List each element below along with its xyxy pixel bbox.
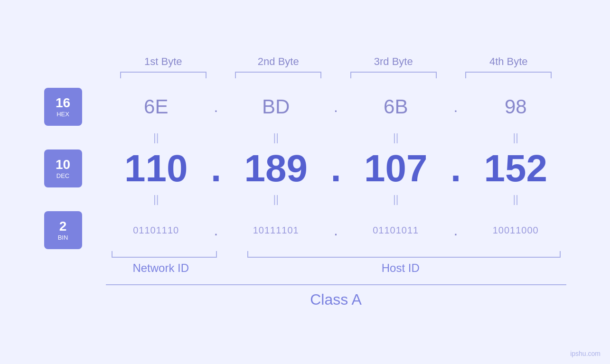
dec-badge-num: 10 (56, 158, 70, 172)
id-labels-row: Network ID Host ID (44, 261, 566, 275)
bracket-top-2 (235, 72, 321, 78)
hex-badge-num: 16 (56, 96, 70, 111)
dec-value-2: 189 (244, 147, 308, 189)
dot-spacer-label (216, 261, 235, 275)
values-grid: 6E . BD . 6B . 98 || || (106, 88, 566, 249)
hex-dot-1: . (206, 98, 225, 116)
bracket-cell-2 (221, 72, 336, 78)
byte-header-4: 4th Byte (451, 56, 566, 72)
bracket-cell-3 (336, 72, 451, 78)
top-brackets (44, 72, 566, 78)
host-id-label: Host ID (235, 261, 566, 275)
hex-label-row: 16 HEX (44, 88, 106, 126)
eq-row-1 (44, 126, 106, 149)
class-label: Class A (106, 291, 566, 308)
bin-dot-2: . (327, 222, 346, 239)
bin-badge-num: 2 (59, 219, 67, 234)
hex-cell-1: 6E (106, 95, 207, 118)
bin-label-row: 2 BIN (44, 211, 106, 249)
hex-row: 6E . BD . 6B . 98 (106, 88, 566, 126)
dec-dot-1: . (206, 147, 225, 190)
bin-value-3: 01101011 (373, 225, 419, 235)
eq-2-4: || (465, 193, 566, 205)
dec-cell-1: 110 (106, 147, 207, 190)
bin-value-2: 10111101 (253, 225, 299, 235)
hex-cell-3: 6B (346, 95, 447, 118)
bracket-top-1 (120, 72, 206, 78)
bracket-top-3 (350, 72, 437, 78)
eq-1-2: || (225, 131, 327, 144)
dec-row: 110 . 189 . 107 . 152 (106, 149, 566, 187)
byte-headers-row: 1st Byte 2nd Byte 3rd Byte 4th Byte (44, 56, 566, 72)
eq-1-3: || (346, 131, 447, 144)
hex-dot-3: . (446, 98, 465, 116)
dec-badge: 10 DEC (44, 149, 82, 187)
dec-value-3: 107 (364, 147, 427, 189)
dec-value-1: 110 (124, 147, 188, 189)
byte-header-3: 3rd Byte (336, 56, 451, 72)
bin-cell-2: 10111101 (225, 225, 327, 236)
eq-row-values-2: || || || || (106, 187, 566, 211)
hex-value-4: 98 (505, 95, 527, 118)
hex-cell-4: 98 (465, 95, 566, 118)
hex-value-2: BD (262, 95, 290, 118)
bin-cell-1: 01101110 (106, 225, 207, 236)
bin-dot-3: . (446, 222, 465, 239)
hex-cell-2: BD (225, 95, 327, 118)
hex-badge: 16 HEX (44, 88, 82, 126)
bin-value-4: 10011000 (493, 225, 539, 235)
network-bracket (112, 251, 217, 258)
main-container: 1st Byte 2nd Byte 3rd Byte 4th Byte 16 H… (44, 56, 566, 308)
class-line (106, 284, 566, 285)
bin-cell-3: 01101011 (346, 225, 447, 236)
hex-value-3: 6B (384, 95, 408, 118)
dec-label-row: 10 DEC (44, 149, 106, 187)
bin-badge: 2 BIN (44, 211, 82, 249)
eq-2-2: || (225, 193, 327, 205)
bin-value-1: 01101110 (133, 225, 179, 235)
bracket-top-4 (465, 72, 552, 78)
bracket-cell-4 (451, 72, 566, 78)
dec-badge-base: DEC (56, 172, 69, 179)
eq-2-1: || (106, 193, 207, 205)
dec-dot-2: . (327, 147, 346, 190)
eq-2-3: || (346, 193, 447, 205)
eq-row-2 (44, 187, 106, 211)
dec-value-4: 152 (484, 147, 547, 189)
byte-header-2: 2nd Byte (221, 56, 336, 72)
eq-row-values-1: || || || || (106, 126, 566, 149)
labels-column: 16 HEX 10 DEC 2 BIN (44, 88, 106, 249)
dec-dot-3: . (446, 147, 465, 190)
bin-row: 01101110 . 10111101 . 01101011 . 1001100… (106, 211, 566, 249)
hex-value-1: 6E (144, 95, 168, 118)
eq-1-4: || (465, 131, 566, 144)
dot-spacer-bottom (223, 251, 242, 258)
byte-header-1: 1st Byte (106, 56, 221, 72)
network-id-label: Network ID (106, 261, 216, 275)
hex-dot-2: . (327, 98, 346, 116)
bin-dot-1: . (206, 222, 225, 239)
dec-cell-3: 107 (346, 147, 447, 190)
hex-badge-base: HEX (56, 111, 69, 118)
bin-cell-4: 10011000 (465, 225, 566, 236)
host-bracket (247, 251, 561, 258)
watermark: ipshu.com (570, 350, 601, 357)
main-area: 16 HEX 10 DEC 2 BIN (44, 88, 566, 249)
dec-cell-2: 189 (225, 147, 327, 190)
bottom-brackets (44, 251, 566, 258)
bracket-cell-1 (106, 72, 221, 78)
bin-badge-base: BIN (58, 234, 68, 241)
bottom-section: Class A (44, 284, 566, 308)
eq-1-1: || (106, 131, 207, 144)
dec-cell-4: 152 (465, 147, 566, 190)
